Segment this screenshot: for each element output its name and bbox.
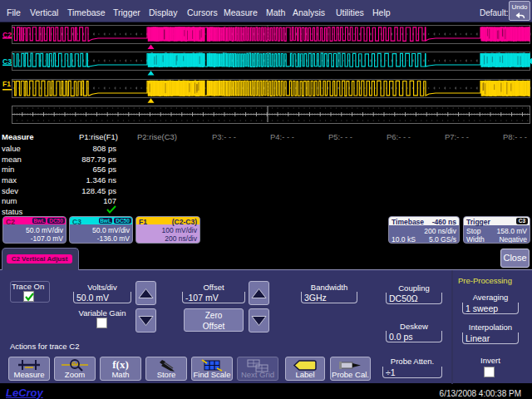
svg-text:F1: F1 <box>2 80 11 88</box>
